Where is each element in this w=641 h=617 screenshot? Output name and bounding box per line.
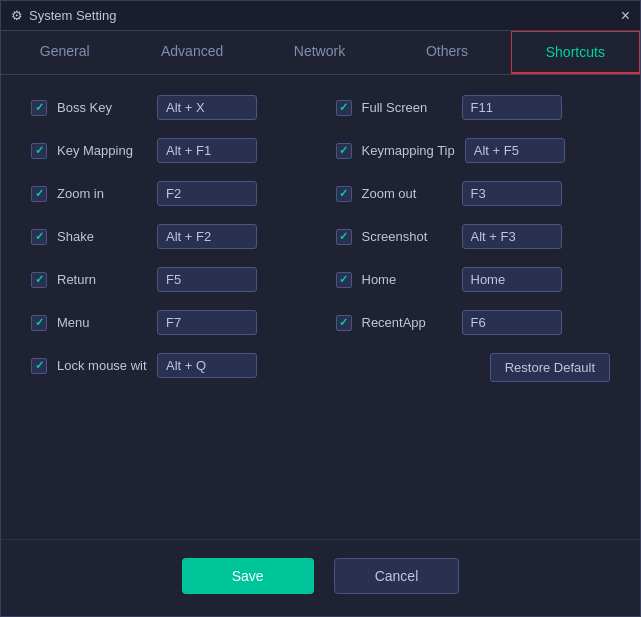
restore-default-button[interactable]: Restore Default	[490, 353, 610, 382]
keymapping-tip-input[interactable]	[465, 138, 565, 163]
shortcut-zoom-in-row: Zoom in	[31, 181, 306, 206]
cancel-button[interactable]: Cancel	[334, 558, 460, 594]
shake-checkbox[interactable]	[31, 229, 47, 245]
zoom-out-input[interactable]	[462, 181, 562, 206]
restore-row: Restore Default	[336, 353, 611, 382]
zoom-in-label: Zoom in	[57, 186, 147, 201]
shortcut-shake-row: Shake	[31, 224, 306, 249]
title-bar-left: ⚙ System Setting	[11, 8, 116, 23]
close-button[interactable]: ×	[621, 8, 630, 24]
tab-network[interactable]: Network	[256, 31, 383, 74]
shortcut-lock-mouse-row: Lock mouse wit	[31, 353, 306, 378]
boss-key-checkbox[interactable]	[31, 100, 47, 116]
shortcut-boss-key-row: Boss Key	[31, 95, 306, 120]
tab-shortcuts[interactable]: Shortcuts	[511, 31, 640, 74]
shortcut-return-row: Return	[31, 267, 306, 292]
tab-others[interactable]: Others	[383, 31, 510, 74]
full-screen-label: Full Screen	[362, 100, 452, 115]
shortcuts-grid: Boss Key Key Mapping Zoom in	[31, 95, 610, 382]
recent-app-checkbox[interactable]	[336, 315, 352, 331]
recent-app-input[interactable]	[462, 310, 562, 335]
shortcut-recent-app-row: RecentApp	[336, 310, 611, 335]
return-label: Return	[57, 272, 147, 287]
zoom-in-checkbox[interactable]	[31, 186, 47, 202]
shake-label: Shake	[57, 229, 147, 244]
boss-key-input[interactable]	[157, 95, 257, 120]
zoom-in-input[interactable]	[157, 181, 257, 206]
shortcut-keymapping-tip-row: Keymapping Tip	[336, 138, 611, 163]
key-mapping-label: Key Mapping	[57, 143, 147, 158]
shortcut-home-row: Home	[336, 267, 611, 292]
key-mapping-input[interactable]	[157, 138, 257, 163]
lock-mouse-input[interactable]	[157, 353, 257, 378]
boss-key-label: Boss Key	[57, 100, 147, 115]
gear-icon: ⚙	[11, 8, 23, 23]
tab-general[interactable]: General	[1, 31, 128, 74]
shortcut-screenshot-row: Screenshot	[336, 224, 611, 249]
content-area: Boss Key Key Mapping Zoom in	[1, 75, 640, 539]
screenshot-checkbox[interactable]	[336, 229, 352, 245]
shortcut-zoom-out-row: Zoom out	[336, 181, 611, 206]
recent-app-label: RecentApp	[362, 315, 452, 330]
lock-mouse-label: Lock mouse wit	[57, 358, 147, 373]
system-setting-window: ⚙ System Setting × General Advanced Netw…	[0, 0, 641, 617]
footer: Save Cancel	[1, 539, 640, 616]
full-screen-checkbox[interactable]	[336, 100, 352, 116]
left-col: Boss Key Key Mapping Zoom in	[31, 95, 306, 382]
tab-advanced[interactable]: Advanced	[128, 31, 255, 74]
shortcut-full-screen-row: Full Screen	[336, 95, 611, 120]
menu-input[interactable]	[157, 310, 257, 335]
home-label: Home	[362, 272, 452, 287]
menu-label: Menu	[57, 315, 147, 330]
screenshot-input[interactable]	[462, 224, 562, 249]
zoom-out-checkbox[interactable]	[336, 186, 352, 202]
shortcut-key-mapping-row: Key Mapping	[31, 138, 306, 163]
title-bar: ⚙ System Setting ×	[1, 1, 640, 31]
full-screen-input[interactable]	[462, 95, 562, 120]
key-mapping-checkbox[interactable]	[31, 143, 47, 159]
menu-checkbox[interactable]	[31, 315, 47, 331]
right-col: Full Screen Keymapping Tip Zoom out	[336, 95, 611, 382]
shake-input[interactable]	[157, 224, 257, 249]
save-button[interactable]: Save	[182, 558, 314, 594]
zoom-out-label: Zoom out	[362, 186, 452, 201]
lock-mouse-checkbox[interactable]	[31, 358, 47, 374]
home-checkbox[interactable]	[336, 272, 352, 288]
keymapping-tip-label: Keymapping Tip	[362, 143, 455, 158]
keymapping-tip-checkbox[interactable]	[336, 143, 352, 159]
home-input[interactable]	[462, 267, 562, 292]
return-input[interactable]	[157, 267, 257, 292]
return-checkbox[interactable]	[31, 272, 47, 288]
screenshot-label: Screenshot	[362, 229, 452, 244]
tabs-bar: General Advanced Network Others Shortcut…	[1, 31, 640, 75]
window-title: System Setting	[29, 8, 116, 23]
shortcut-menu-row: Menu	[31, 310, 306, 335]
